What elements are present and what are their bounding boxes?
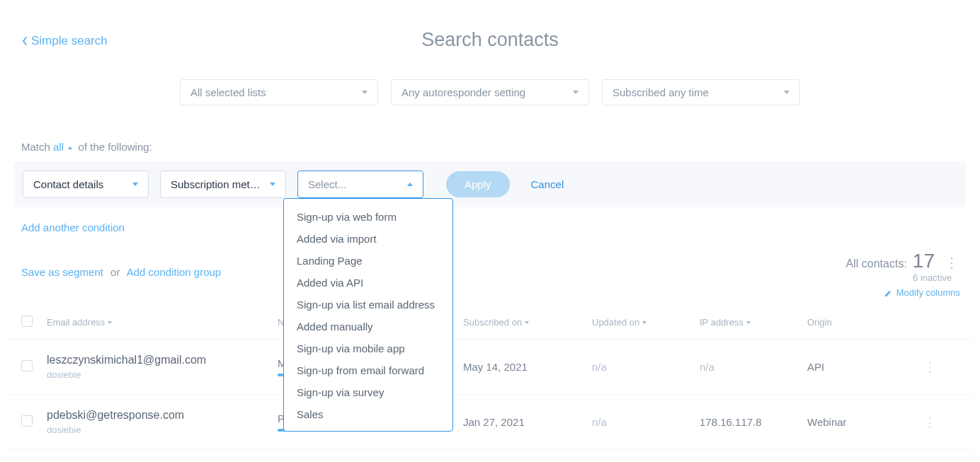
- row-updated: n/a: [592, 416, 700, 428]
- dropdown-option[interactable]: Added manually: [284, 316, 452, 337]
- more-actions-icon[interactable]: ⋮: [945, 254, 959, 271]
- match-mode[interactable]: all: [53, 141, 64, 153]
- modify-columns[interactable]: Modify columns: [7, 287, 960, 298]
- dropdown-option[interactable]: Added via import: [284, 228, 452, 250]
- table-row: pdebski@getresponse.com dosiebie Ps Jan …: [7, 395, 973, 450]
- filter-autoresponder[interactable]: Any autoresponder setting: [391, 79, 589, 105]
- condition-field[interactable]: Contact details: [23, 171, 149, 198]
- row-list: dosiebie: [47, 369, 278, 380]
- th-updated[interactable]: Updated on: [592, 317, 700, 328]
- pencil-icon: [884, 289, 892, 297]
- sort-icon: [525, 321, 529, 324]
- condition-bar: Contact details Subscription meth… Selec…: [14, 161, 966, 207]
- row-more-icon[interactable]: ⋮: [915, 359, 936, 375]
- row-origin: API: [807, 361, 915, 373]
- chevron-down-icon: [132, 183, 138, 186]
- row-ip: 178.16.117.8: [700, 416, 807, 428]
- back-to-simple-search[interactable]: Simple search: [21, 34, 108, 48]
- chevron-down-icon: [573, 91, 579, 94]
- chevron-down-icon: [784, 91, 790, 94]
- dropdown-option[interactable]: Copied from other list: [284, 425, 452, 432]
- contacts-count: 17: [913, 250, 935, 272]
- row-email[interactable]: leszczynskimichal1@gmail.com: [47, 354, 278, 366]
- cancel-link[interactable]: Cancel: [531, 178, 564, 190]
- dropdown-option[interactable]: Sales: [284, 403, 452, 425]
- th-email[interactable]: Email address: [47, 317, 278, 328]
- th-subscribed[interactable]: Subscribed on: [463, 317, 592, 328]
- table-header: Email address Name and birthday Subscrib…: [7, 298, 973, 340]
- match-row: Match all of the following:: [21, 141, 973, 153]
- row-list: dosiebie: [47, 425, 278, 435]
- filter-autoresponder-label: Any autoresponder setting: [401, 86, 525, 98]
- table-row: leszczynskimichal1@gmail.com dosiebie Mi…: [7, 340, 973, 395]
- dropdown-option[interactable]: Added via API: [284, 272, 452, 294]
- dropdown-option[interactable]: Sign-up via survey: [284, 381, 452, 403]
- row-more-icon[interactable]: ⋮: [915, 415, 936, 430]
- dropdown-option[interactable]: Sign-up via web form: [284, 206, 452, 228]
- row-subscribed: Jan 27, 2021: [463, 416, 592, 428]
- apply-button[interactable]: Apply: [446, 171, 510, 197]
- row-checkbox[interactable]: [21, 360, 33, 371]
- row-email[interactable]: pdebski@getresponse.com: [47, 409, 278, 422]
- chevron-up-icon: [407, 183, 413, 186]
- filter-lists[interactable]: All selected lists: [180, 79, 378, 105]
- th-origin[interactable]: Origin: [807, 317, 915, 328]
- row-subscribed: May 14, 2021: [463, 361, 592, 373]
- dropdown-option[interactable]: Sign-up via list email address: [284, 294, 452, 316]
- add-condition-group[interactable]: Add condition group: [127, 266, 221, 278]
- condition-value[interactable]: Select...: [297, 171, 423, 198]
- condition-attribute[interactable]: Subscription meth…: [160, 171, 286, 198]
- dropdown-option[interactable]: Sign-up via mobile app: [284, 337, 452, 359]
- dropdown-option[interactable]: Sign-up from email forward: [284, 359, 452, 381]
- caret-up-icon: [68, 146, 72, 149]
- chevron-down-icon: [270, 183, 275, 186]
- row-checkbox[interactable]: [21, 415, 33, 427]
- chevron-left-icon: [21, 36, 28, 46]
- chevron-down-icon: [362, 91, 368, 94]
- filter-subscribed-label: Subscribed any time: [612, 86, 709, 98]
- row-origin: Webinar: [807, 416, 915, 428]
- or-text: or: [110, 266, 120, 278]
- dropdown-option[interactable]: Landing Page: [284, 250, 452, 272]
- save-as-segment[interactable]: Save as segment: [21, 266, 103, 278]
- sort-icon: [642, 321, 646, 324]
- back-label: Simple search: [31, 34, 108, 48]
- th-ip[interactable]: IP address: [700, 317, 807, 328]
- contacts-label: All contacts:: [846, 258, 907, 270]
- sort-icon: [108, 321, 112, 324]
- filter-subscribed[interactable]: Subscribed any time: [602, 79, 800, 105]
- page-title: Search contacts: [7, 29, 973, 51]
- row-ip: n/a: [700, 361, 807, 373]
- sort-icon: [746, 321, 751, 324]
- add-condition-link[interactable]: Add another condition: [21, 221, 125, 233]
- select-all-checkbox[interactable]: [21, 316, 33, 327]
- row-updated: n/a: [592, 361, 700, 373]
- condition-value-dropdown: Sign-up via web formAdded via importLand…: [283, 198, 453, 432]
- filter-lists-label: All selected lists: [190, 86, 266, 98]
